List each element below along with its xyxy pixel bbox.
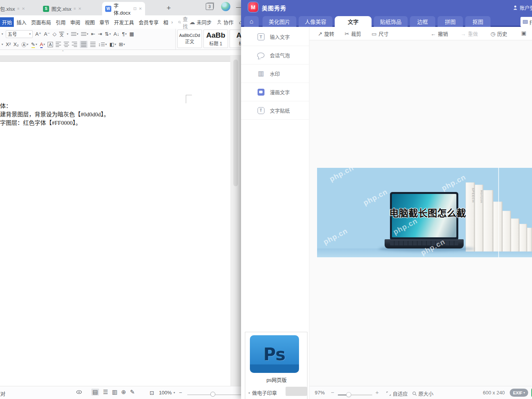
font-color-button[interactable]: A▾ [40,41,45,47]
zoom-value[interactable]: 100% [159,390,172,396]
sidebar-item-comic-text[interactable]: 漫画文字 [241,83,309,101]
history-button[interactable]: ◷ 历史 [491,30,507,37]
sidebar-item-watermark[interactable]: ▥ 水印 [241,65,309,83]
menu-item-references[interactable]: 引用 [54,17,68,27]
style-normal[interactable]: AaBbCcDd 正文 [177,30,202,48]
promo-action-button[interactable] [286,387,307,396]
align-center-button[interactable] [64,42,69,47]
char-border-button[interactable]: A [48,42,53,47]
tab-restore-icon[interactable]: ⊡ [133,7,136,11]
subscript-button[interactable]: X₂ [13,41,19,47]
window-stack-icon[interactable]: 3 [206,3,213,10]
redo-button[interactable]: → 重做 [461,30,478,37]
tab-frames[interactable]: 边框 [410,16,435,27]
wps-tab-docx-active[interactable]: W 字体.docx ⊡ ✕ [102,2,145,15]
open-image-button[interactable]: 打 [520,17,532,27]
ink-icon[interactable]: ✎ [130,389,135,396]
char-style-button[interactable]: Ⓐ▾ [21,41,28,48]
align-left-button[interactable] [56,42,61,47]
size-button[interactable]: ▭ 尺寸 [372,30,388,37]
rotate-button[interactable]: ↗ 旋转 [318,30,334,37]
collaborate-button[interactable]: 协作 [217,18,233,26]
compare-button[interactable]: ▣ [521,30,526,36]
tab-cutout[interactable]: 抠图 [465,16,491,27]
scrollbar-track[interactable] [230,56,241,386]
ruler-icon[interactable]: ▦ [129,31,134,37]
promo-bullet[interactable]: 做电子印章 [248,389,277,396]
zoom-in-button[interactable]: + [375,389,379,396]
search-control[interactable]: 查找 [178,15,189,30]
document-area[interactable]: 体： 建背景图层，背景设为暗灰色【#0d0d0d】。 字图层：红色字体【#FF0… [0,56,241,386]
minimize-button[interactable]: — [236,4,241,10]
shading-button[interactable]: ◧▾ [109,41,116,47]
menu-item-dev-tools[interactable]: 开发工具 [112,17,136,27]
font-size-select[interactable]: 五号 ▾ [6,30,33,38]
exif-button[interactable]: EXIF ▾ [510,389,528,397]
original-size-button[interactable]: 原大小 [412,390,433,397]
bullet-list-button[interactable]: ▾ [71,32,78,36]
tab-menu-icon[interactable]: ≡ [74,7,76,11]
justify-button[interactable] [80,41,88,48]
tab-close-icon[interactable]: ✕ [22,7,25,11]
tab-beautify[interactable]: 美化图片 [263,16,296,27]
home-tab[interactable]: ⌂ [244,16,259,27]
font-name-caret[interactable]: ▾ [2,32,3,36]
menu-item-view[interactable]: 视图 [83,17,97,27]
tab-collage[interactable]: 拼图 [438,16,463,27]
distribute-button[interactable] [90,42,96,47]
paragraph-mark-button[interactable]: ¶▾ [122,31,127,37]
collapse-ribbon-icon[interactable]: ⌃ [61,50,64,54]
menu-item-home[interactable]: 开始 [0,17,14,27]
zoom-slider-handle[interactable] [346,392,351,397]
proofread-status[interactable]: 校对 [0,390,5,397]
edited-image[interactable]: SPEECH Horizon php.cn php.cn php.cn php.… [317,168,532,257]
promo-card[interactable]: Ps ps网页版 做电子印章 [245,332,307,399]
menu-item-member[interactable]: 会员专享 [137,17,160,27]
tab-stickers[interactable]: 贴纸饰品 [374,16,408,27]
sidebar-item-speech-bubble[interactable]: 会话气泡 [241,46,309,65]
tab-menu-icon[interactable]: ≡ [17,7,20,11]
tab-portrait[interactable]: 人像美容 [299,16,332,27]
font-caret[interactable]: ▾ [2,43,3,46]
menu-overflow-chevron[interactable]: › [170,20,173,25]
scrollbar-thumb[interactable] [233,60,238,186]
menu-item-review[interactable]: 审阅 [68,17,82,27]
outline-view-icon[interactable]: ☰ [103,389,108,396]
tab-close-icon[interactable]: ✕ [78,7,81,11]
document-page[interactable]: 体： 建背景图层，背景设为暗灰色【#0d0d0d】。 字图层：红色字体【#FF0… [0,62,230,386]
eye-protection-icon[interactable] [76,389,82,396]
wps-tab-xlsx-2[interactable]: S 图文.xlsx ≡ ✕ [40,2,100,15]
line-spacing-button[interactable]: ↕▾ [98,41,107,47]
menu-item-page-layout[interactable]: 页面布局 [29,17,53,27]
page-view-icon[interactable]: ▤ [91,389,99,396]
clear-format-icon[interactable]: ◇ [53,31,56,37]
tab-close-icon[interactable]: ✕ [139,7,142,11]
read-view-icon[interactable]: ▥ [112,389,117,396]
web-view-icon[interactable]: ⊕ [121,389,126,396]
wps-tab-xlsx-1[interactable]: 包.xlsx ≡ ✕ [0,2,37,15]
zoom-slider-track[interactable] [338,394,372,396]
align-right-button[interactable] [72,42,77,47]
menu-item-more-partial[interactable]: 相 [161,17,170,27]
zoom-slider-handle[interactable] [210,392,215,397]
menu-item-insert[interactable]: 插入 [15,17,28,27]
image-overlay-text[interactable]: 电脑截长图怎么截 [378,205,477,219]
superscript-button[interactable]: X² [6,41,11,47]
style-heading1[interactable]: AaBb 标题 1 [203,30,228,48]
tab-text-active[interactable]: 文字 [335,16,372,27]
sort-button[interactable]: ⇅▾ [105,31,111,37]
sync-status[interactable]: ☁ 未同步 [189,18,211,26]
menu-item-section[interactable]: 章节 [97,17,111,27]
app-sphere-icon[interactable] [221,2,230,11]
sidebar-item-text-sticker[interactable]: T 文字贴纸 [241,101,309,120]
style-heading2[interactable]: Aa 标 [230,30,241,48]
zoom-out-button[interactable]: − [179,389,182,396]
sidebar-item-insert-text[interactable]: T 输入文字 [241,28,309,46]
grow-font-button[interactable]: A⁺ [35,31,41,37]
crop-button[interactable]: ✂ 裁剪 [345,30,361,37]
text-direction-button[interactable]: A↓ [114,31,119,37]
numbered-list-button[interactable]: ▾ [81,32,88,36]
shrink-font-button[interactable]: A⁻ [44,31,50,37]
fit-view-button[interactable]: 自适应 [386,390,408,397]
increase-indent-button[interactable]: ⇥ [98,31,102,37]
